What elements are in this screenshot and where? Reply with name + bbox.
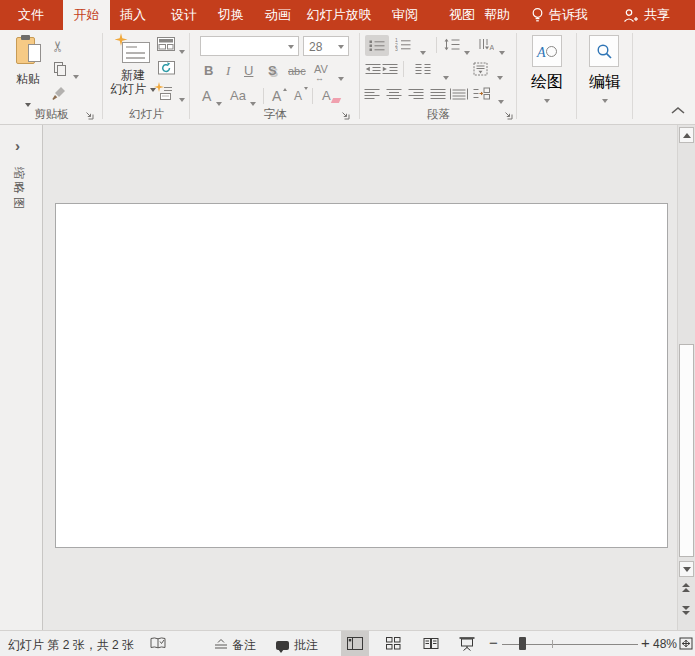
align-right-button[interactable]	[408, 88, 424, 100]
numbering-dropdown[interactable]	[420, 43, 426, 61]
triangle-up-icon	[683, 133, 691, 138]
tab-home[interactable]: 开始	[63, 0, 110, 30]
scroll-up-button[interactable]	[679, 127, 694, 143]
cut-button[interactable]: ✂	[49, 40, 67, 53]
layout-dropdown[interactable]	[179, 42, 185, 60]
strikethrough-button[interactable]: abc	[288, 62, 306, 80]
drawing-button[interactable]: A 绘图	[517, 30, 577, 124]
align-text-dropdown[interactable]	[497, 68, 503, 86]
underline-button[interactable]: U	[244, 62, 253, 80]
character-spacing-dropdown[interactable]	[338, 69, 344, 87]
zoom-in-button[interactable]: +	[641, 634, 650, 652]
format-painter-button[interactable]	[51, 85, 67, 101]
slideshow-view-button[interactable]	[453, 631, 481, 656]
bold-button[interactable]: B	[204, 62, 213, 80]
previous-slide-button[interactable]	[682, 583, 690, 592]
increase-indent-button[interactable]	[382, 63, 398, 75]
zoom-out-button[interactable]: −	[489, 634, 498, 652]
tab-transitions[interactable]: 切换	[210, 0, 252, 30]
eraser-icon	[331, 98, 341, 103]
tab-file[interactable]: 文件	[10, 0, 52, 30]
editing-button[interactable]: 编辑	[577, 30, 633, 124]
notes-button[interactable]: 备注	[214, 637, 256, 654]
reading-view-button[interactable]	[417, 631, 445, 656]
section-button[interactable]	[156, 85, 173, 100]
font-color-button[interactable]: A	[202, 87, 211, 105]
line-spacing-dropdown[interactable]	[464, 43, 470, 61]
align-text-button[interactable]	[473, 62, 488, 76]
copy-button[interactable]	[53, 61, 68, 77]
text-direction-icon: A	[478, 38, 494, 51]
copy-dropdown[interactable]	[73, 67, 79, 85]
next-slide-button[interactable]	[682, 606, 690, 615]
share-label: 共享	[644, 0, 670, 30]
clipboard-dialog-launcher[interactable]	[84, 110, 95, 121]
reading-view-icon	[423, 637, 439, 650]
font-group-label: 字体	[190, 107, 360, 122]
decrease-indent-button[interactable]	[365, 63, 381, 75]
tell-me-tab[interactable]: 告诉我	[531, 0, 588, 30]
layout-button[interactable]	[157, 37, 175, 51]
grow-font-button[interactable]: A	[272, 87, 281, 105]
share-button[interactable]: 共享	[623, 0, 670, 30]
bullets-button[interactable]	[365, 35, 389, 56]
zoom-slider-tick	[552, 640, 553, 648]
zoom-level[interactable]: 48%	[653, 637, 677, 651]
clear-formatting-button[interactable]: A	[322, 87, 331, 105]
columns-button[interactable]	[415, 63, 431, 75]
tab-design[interactable]: 设计	[163, 0, 205, 30]
character-spacing-button[interactable]: AV ↔	[314, 60, 328, 78]
comment-bubble-icon	[276, 641, 289, 650]
editing-label: 编辑	[577, 72, 633, 93]
slide-sorter-view-button[interactable]	[379, 631, 407, 656]
italic-button[interactable]: I	[226, 62, 230, 80]
font-name-combobox[interactable]	[200, 36, 299, 56]
fit-to-window-button[interactable]	[679, 637, 693, 650]
thumbnail-pane-label[interactable]: 缩略图	[10, 167, 27, 212]
scroll-down-button[interactable]	[679, 561, 694, 577]
slides-group-label: 幻灯片	[103, 107, 190, 122]
tab-review[interactable]: 审阅	[384, 0, 426, 30]
vertical-scrollbar[interactable]	[677, 125, 695, 630]
slide[interactable]	[55, 203, 668, 548]
text-shadow-button[interactable]: S	[268, 62, 277, 80]
spellcheck-book-icon	[150, 636, 167, 651]
paragraph-dialog-launcher[interactable]	[503, 110, 514, 121]
comments-button[interactable]: 批注	[276, 637, 318, 654]
new-slide-button[interactable]: 新建 幻灯片	[109, 33, 157, 113]
section-dropdown[interactable]	[179, 90, 185, 108]
reset-slide-button[interactable]	[158, 60, 175, 75]
tab-insert[interactable]: 插入	[112, 0, 154, 30]
line-spacing-button[interactable]	[444, 38, 460, 51]
text-direction-button[interactable]: A	[478, 38, 494, 51]
justify-button[interactable]	[430, 88, 446, 100]
tab-animations[interactable]: 动画	[257, 0, 299, 30]
align-center-button[interactable]	[386, 88, 402, 100]
justify-icon	[430, 88, 446, 100]
change-case-button[interactable]: Aa	[230, 87, 246, 105]
text-direction-dropdown[interactable]	[499, 43, 505, 61]
slide-counter[interactable]: 幻灯片 第 2 张，共 2 张	[8, 637, 134, 654]
shrink-font-button[interactable]: A	[294, 87, 302, 105]
normal-view-button[interactable]	[341, 631, 369, 656]
tab-help[interactable]: 帮助	[476, 0, 518, 30]
font-dialog-launcher[interactable]	[340, 110, 351, 121]
expand-pane-chevron-icon[interactable]: ›	[15, 137, 20, 154]
spell-check-button[interactable]	[150, 636, 167, 651]
scrollbar-thumb[interactable]	[679, 344, 694, 557]
tab-slideshow[interactable]: 幻灯片放映	[302, 0, 376, 30]
paste-button[interactable]: 粘贴	[8, 33, 48, 113]
smartart-convert-button[interactable]	[473, 87, 490, 100]
columns-dropdown[interactable]	[443, 68, 449, 86]
slideshow-icon	[459, 637, 475, 651]
align-left-button[interactable]	[364, 88, 380, 100]
distribute-button[interactable]	[450, 88, 468, 100]
collapse-ribbon-button[interactable]	[670, 106, 686, 115]
shrink-arrow-icon	[304, 87, 308, 92]
group-clipboard: 粘贴 ✂	[0, 30, 103, 124]
reset-slide-icon	[158, 60, 175, 75]
group-font: 28 B I U S abc AV ↔ A Aa A A	[190, 30, 360, 124]
zoom-slider-thumb[interactable]	[519, 637, 526, 650]
numbering-button[interactable]: 1 2 3	[395, 38, 411, 51]
font-size-combobox[interactable]: 28	[303, 36, 349, 56]
